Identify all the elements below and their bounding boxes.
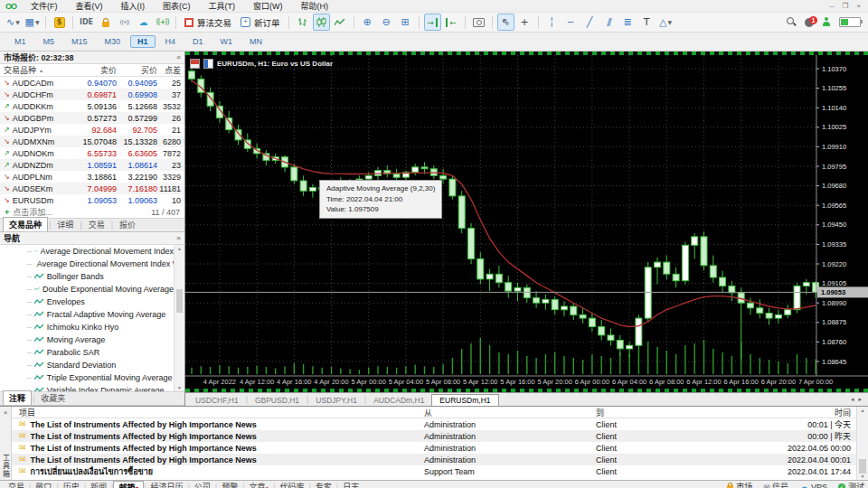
timeframe-h1[interactable]: H1: [130, 35, 156, 48]
close-icon[interactable]: ×: [856, 2, 861, 10]
navigator-indicator-item[interactable]: ┄Average Directional Movement Index: [0, 245, 174, 258]
market-watch-row[interactable]: ↘AUDMXNm15.0704815.133286280: [0, 136, 184, 147]
mail-row[interactable]: The List of Instruments Affected by High…: [12, 442, 856, 454]
tabs-scroll-right-icon[interactable]: ▸: [858, 396, 862, 403]
trendline-tool-icon[interactable]: ╱: [581, 14, 599, 31]
shapes-tool-icon[interactable]: △▼: [657, 14, 675, 31]
scrollbar-thumb[interactable]: [176, 289, 183, 313]
column-time[interactable]: 时间: [697, 407, 856, 418]
navigator-indicator-item[interactable]: ┄Bollinger Bands: [0, 270, 174, 283]
zoom-in-icon[interactable]: ⊕: [359, 14, 376, 31]
market-watch-row[interactable]: ↘AUDGBPm0.572730.5729926: [0, 112, 184, 124]
timeframe-m15[interactable]: M15: [64, 35, 95, 48]
line-chart-icon[interactable]: [332, 14, 349, 31]
chart-tab-usdjpy-h1[interactable]: USDJPY,H1: [308, 395, 364, 406]
close-icon[interactable]: ×: [176, 234, 181, 242]
menu-item[interactable]: 帮助(H): [292, 0, 338, 12]
bar-chart-icon[interactable]: [294, 14, 311, 31]
deposit-icon[interactable]: [51, 14, 68, 31]
chart-tab-usdchf-h1[interactable]: USDCHF,H1: [188, 395, 246, 406]
menu-item[interactable]: 文件(F): [22, 0, 67, 12]
navigator-scrollbar[interactable]: ▲ ▼: [174, 245, 184, 391]
column-symbol[interactable]: 交易品种▲: [0, 64, 74, 76]
tabs-scroll-left-icon[interactable]: ◂: [851, 396, 854, 403]
navigator-indicator-item[interactable]: ┄Fractal Adaptive Moving Average: [0, 308, 174, 321]
navigator-indicator-item[interactable]: ┄Double Exponential Moving Average: [0, 283, 174, 296]
tile-windows-icon[interactable]: ⊞: [397, 14, 414, 31]
search-icon[interactable]: [787, 17, 797, 27]
zoom-out-icon[interactable]: ⊖: [378, 14, 395, 31]
mail-row[interactable]: The List of Instruments Affected by High…: [12, 430, 856, 442]
market-watch-row[interactable]: ↗AUDNZDm1.085911.0861423: [0, 159, 184, 171]
scroll-down-icon[interactable]: ▼: [177, 385, 182, 390]
shift-back-icon[interactable]: ←: [443, 14, 460, 31]
close-icon[interactable]: ×: [4, 408, 8, 417]
broadcast-icon[interactable]: [116, 14, 133, 31]
toolbox-tab-10[interactable]: 专家: [311, 481, 336, 488]
scroll-up-icon[interactable]: ▲: [861, 408, 865, 413]
column-to[interactable]: 到: [596, 407, 697, 418]
navigator-indicator-item[interactable]: ┄Triple Exponential Moving Average: [0, 371, 174, 384]
scroll-down-icon[interactable]: ▼: [861, 474, 865, 479]
toolbox-tab-5[interactable]: 经济日历: [146, 481, 187, 488]
toolbox-tab-0[interactable]: 交易: [4, 481, 29, 488]
close-icon[interactable]: ×: [176, 53, 181, 61]
new-order-button[interactable]: 新订单: [236, 14, 285, 30]
minimize-icon[interactable]: –: [830, 2, 834, 10]
navigator-indicator-item[interactable]: ┄Standard Deviation: [0, 359, 174, 371]
mail-row[interactable]: การเปลี่ยนแปลงเงื่อนไขการซื้อขายSupport …: [12, 465, 856, 477]
text-tool-icon[interactable]: T: [638, 14, 656, 31]
chart-profile-icon[interactable]: ∿▼: [5, 14, 22, 31]
menu-item[interactable]: 工具(T): [200, 0, 245, 12]
account-person-icon[interactable]: [822, 17, 831, 27]
mail-row[interactable]: The List of Instruments Affected by High…: [12, 454, 856, 465]
navigator-indicator-item[interactable]: ┄Moving Average: [0, 333, 174, 346]
toolbox-tab-7[interactable]: 预警: [217, 481, 242, 488]
vertical-line-tool-icon[interactable]: ╎: [543, 14, 561, 31]
toolbox-tab-4[interactable]: 邮箱7: [113, 481, 144, 488]
screenshot-camera-icon[interactable]: [470, 14, 487, 31]
menu-item[interactable]: 插入(I): [112, 0, 155, 12]
column-from[interactable]: 从: [424, 407, 596, 418]
chart-canvas[interactable]: 4 Apr 20224 Apr 12:004 Apr 16:004 Apr 20…: [185, 55, 868, 388]
signals-plus-icon[interactable]: [154, 14, 171, 31]
notifications-bell-icon[interactable]: 1: [805, 18, 814, 27]
navigator-indicator-item[interactable]: ┄Ichimoku Kinko Hyo: [0, 321, 174, 333]
scroll-up-icon[interactable]: ▲: [177, 246, 182, 251]
column-spread[interactable]: 点差: [157, 64, 184, 76]
column-subject[interactable]: 项目: [12, 407, 424, 418]
market-watch-row[interactable]: ↗AUDDKKm5.091365.126683532: [0, 100, 184, 112]
scrollbar-thumb[interactable]: [859, 459, 866, 474]
column-bid[interactable]: 卖价: [74, 64, 117, 76]
navigator-indicator-item[interactable]: ┄Envelopes: [0, 296, 174, 308]
mail-row[interactable]: The List of Instruments Affected by High…: [12, 418, 856, 430]
column-ask[interactable]: 买价: [117, 64, 157, 76]
navigator-tab-1[interactable]: 收藏夹: [35, 391, 71, 405]
status-test[interactable]: 测试: [838, 481, 864, 488]
toolbox-tab-2[interactable]: 历史: [59, 481, 84, 488]
market-watch-row[interactable]: ↘AUDCADm0.940700.9409525: [0, 77, 184, 89]
timeframe-mn[interactable]: MN: [242, 35, 269, 48]
timeframe-m1[interactable]: M1: [7, 35, 33, 48]
toolbox-tab-6[interactable]: 公司: [190, 481, 215, 488]
cursor-tool-icon[interactable]: ⇖: [497, 14, 514, 31]
chart-tab-gbpusd-h1[interactable]: GBPUSD,H1: [248, 395, 307, 406]
market-watch-tab-2[interactable]: 交易: [83, 218, 110, 231]
menu-item[interactable]: 图表(C): [154, 0, 200, 12]
market-watch-row[interactable]: ↗AUDNOKm6.557336.636057872: [0, 147, 184, 159]
toolbox-tab-1[interactable]: 敞口: [31, 481, 56, 488]
timeframe-h4[interactable]: H4: [158, 35, 184, 48]
channel-tool-icon[interactable]: ∕∕: [600, 14, 618, 31]
shift-end-icon[interactable]: →: [424, 14, 441, 31]
chart-tab-eurusdm-h1[interactable]: EURUSDm,H1: [431, 394, 498, 406]
toolbox-tab-9[interactable]: 代码库: [275, 481, 308, 488]
timeframe-m5[interactable]: M5: [36, 35, 62, 48]
toolbox-scrollbar[interactable]: ▲ ▼: [856, 407, 868, 480]
fibonacci-tool-icon[interactable]: ≣: [619, 14, 637, 31]
menu-item[interactable]: 查看(V): [67, 0, 112, 12]
market-watch-row[interactable]: ↘AUDSEKm7.049997.1618011181: [0, 183, 184, 194]
timeframe-m30[interactable]: M30: [98, 35, 128, 48]
market-watch-row[interactable]: ↘EURUSDm1.090531.0906310: [0, 194, 184, 206]
toolbox-tab-3[interactable]: 新闻: [86, 481, 111, 488]
toolbox-tab-8[interactable]: 文章8: [245, 481, 274, 488]
